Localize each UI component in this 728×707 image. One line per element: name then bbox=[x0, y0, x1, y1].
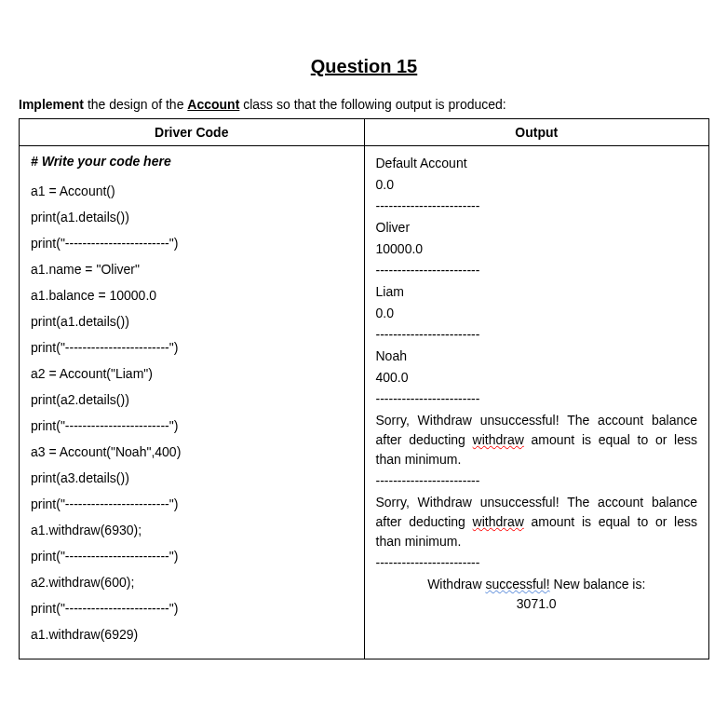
output-success-message: Withdraw successful! New balance is: 307… bbox=[376, 575, 698, 614]
question-title: Question 15 bbox=[19, 56, 709, 77]
code-line: a2.withdraw(600); bbox=[31, 573, 353, 592]
output-line: 400.0 bbox=[376, 368, 698, 387]
output-separator: ------------------------ bbox=[376, 389, 698, 409]
header-driver: Driver Code bbox=[20, 118, 365, 145]
instruction-text: Implement the design of the Account clas… bbox=[19, 96, 709, 115]
succ-word: successful! bbox=[485, 577, 549, 591]
code-line: a1.withdraw(6929) bbox=[31, 625, 353, 645]
code-line: a1.balance = 10000.0 bbox=[31, 286, 353, 306]
code-line: a3 = Account("Noah",400) bbox=[31, 442, 353, 462]
instruction-bold1: Implement bbox=[19, 97, 84, 112]
succ-value: 3071.0 bbox=[517, 596, 557, 611]
output-line: Noah bbox=[376, 347, 698, 366]
output-error-message: Sorry, Withdraw unsuccessful! The accoun… bbox=[376, 411, 698, 469]
header-output: Output bbox=[364, 118, 709, 145]
code-line: a2 = Account("Liam") bbox=[31, 364, 353, 384]
code-line: print(a2.details()) bbox=[31, 390, 353, 410]
succ-text1: Withdraw bbox=[427, 577, 485, 591]
output-error-message: Sorry, Withdraw unsuccessful! The accoun… bbox=[376, 493, 698, 551]
output-separator: ------------------------ bbox=[376, 197, 698, 216]
code-line: a1.withdraw(6930); bbox=[31, 521, 353, 540]
output-line: 10000.0 bbox=[376, 239, 698, 259]
code-line: print("------------------------") bbox=[31, 495, 353, 514]
code-line: print("------------------------") bbox=[31, 599, 353, 619]
code-line: print("------------------------") bbox=[31, 547, 353, 566]
code-line: a1.name = "Oliver" bbox=[31, 260, 353, 279]
output-separator: ------------------------ bbox=[376, 261, 698, 280]
instruction-plain1: the design of the bbox=[84, 97, 187, 112]
err-withdraw-word: withdraw bbox=[473, 432, 524, 447]
output-line: Default Account bbox=[376, 154, 698, 173]
code-line: print("------------------------") bbox=[31, 416, 353, 436]
output-cell: Default Account 0.0 --------------------… bbox=[364, 145, 709, 659]
output-separator: ------------------------ bbox=[376, 471, 698, 491]
instruction-plain2: class so that the following output is pr… bbox=[239, 97, 506, 112]
err-withdraw-word: withdraw bbox=[473, 514, 524, 529]
output-line: Oliver bbox=[376, 218, 698, 238]
succ-text2: New balance is: bbox=[550, 577, 646, 591]
driver-code-cell: # Write your code here a1 = Account() pr… bbox=[20, 145, 365, 659]
output-separator: ------------------------ bbox=[376, 325, 698, 345]
code-line: print(a1.details()) bbox=[31, 208, 353, 227]
instruction-classname: Account bbox=[187, 97, 239, 112]
code-line: a1 = Account() bbox=[31, 182, 353, 201]
output-line: Liam bbox=[376, 282, 698, 302]
code-line: print("------------------------") bbox=[31, 234, 353, 253]
code-line: print(a1.details()) bbox=[31, 312, 353, 332]
output-line: 0.0 bbox=[376, 304, 698, 323]
output-line: 0.0 bbox=[376, 175, 698, 195]
output-separator: ------------------------ bbox=[376, 553, 698, 573]
code-line: print(a3.details()) bbox=[31, 469, 353, 488]
code-comment: # Write your code here bbox=[31, 154, 353, 169]
code-output-table: Driver Code Output # Write your code her… bbox=[19, 118, 709, 659]
code-line: print("------------------------") bbox=[31, 338, 353, 358]
